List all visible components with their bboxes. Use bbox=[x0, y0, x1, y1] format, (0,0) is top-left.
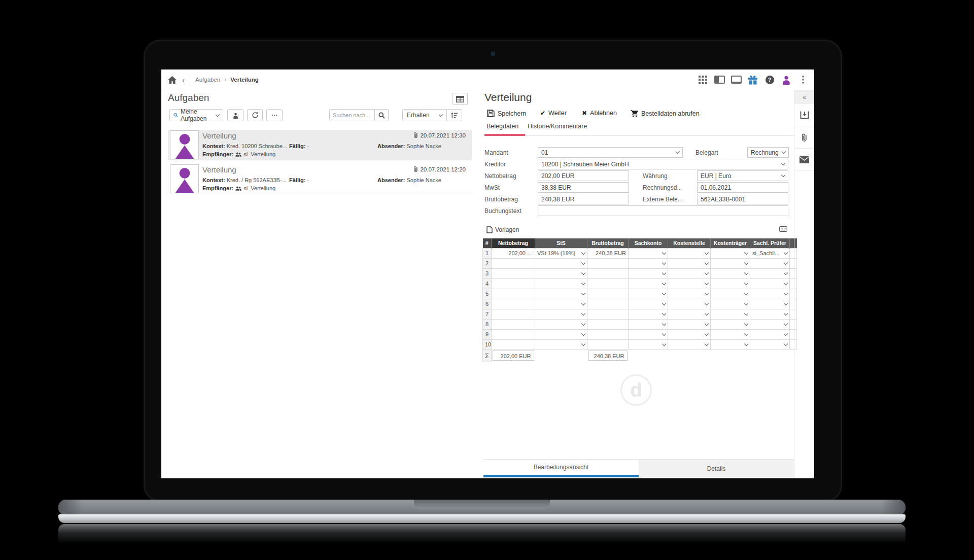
cell-pruefer[interactable] bbox=[750, 319, 790, 329]
cell-kostenstelle[interactable] bbox=[668, 319, 711, 329]
paperclip-icon[interactable] bbox=[794, 126, 814, 149]
cell-nettobetrag[interactable] bbox=[492, 309, 535, 319]
mandant-select[interactable]: 01 bbox=[538, 147, 683, 158]
cell-sachkonto[interactable] bbox=[629, 289, 668, 299]
cell-kostenstelle[interactable] bbox=[668, 289, 711, 299]
cell-sachkonto[interactable] bbox=[629, 319, 668, 329]
cell-bruttobetrag[interactable] bbox=[587, 299, 629, 309]
externe-belegnr-input[interactable] bbox=[697, 194, 788, 204]
cell-sts[interactable] bbox=[535, 329, 587, 339]
tab-details[interactable]: Details bbox=[639, 460, 794, 477]
cell-kostentraeger[interactable] bbox=[711, 309, 750, 319]
cell-sts[interactable] bbox=[535, 309, 587, 319]
table-view-button[interactable] bbox=[453, 93, 468, 105]
nettobetrag-input[interactable] bbox=[538, 170, 629, 181]
search-input[interactable] bbox=[329, 109, 375, 121]
reject-button[interactable]: ✖ Ablehnen bbox=[582, 110, 617, 117]
cell-sachkonto[interactable] bbox=[629, 268, 668, 278]
user-account-icon[interactable] bbox=[780, 74, 792, 86]
cell-pruefer[interactable] bbox=[750, 289, 790, 299]
belegart-select[interactable]: Rechnung bbox=[747, 147, 789, 158]
cell-sts[interactable] bbox=[535, 339, 587, 349]
cell-pruefer[interactable] bbox=[750, 329, 790, 339]
cell-bruttobetrag[interactable] bbox=[587, 339, 629, 349]
cell-pruefer[interactable] bbox=[750, 339, 790, 349]
cell-nettobetrag[interactable] bbox=[492, 299, 535, 309]
my-tasks-filter-button[interactable]: Meine Aufgaben bbox=[169, 109, 223, 121]
cell-kostentraeger[interactable] bbox=[711, 319, 750, 329]
cell-nettobetrag[interactable] bbox=[492, 258, 535, 268]
bruttobetrag-input[interactable] bbox=[538, 194, 629, 204]
cell-sts[interactable] bbox=[535, 258, 587, 268]
cell-bruttobetrag[interactable] bbox=[587, 278, 629, 289]
received-filter-select[interactable]: Erhalten bbox=[402, 109, 447, 121]
rechnungsdatum-input[interactable] bbox=[697, 182, 788, 193]
cell-bruttobetrag[interactable] bbox=[587, 319, 629, 329]
cell-sachkonto[interactable] bbox=[629, 258, 668, 268]
cell-kostenstelle[interactable] bbox=[668, 268, 711, 278]
buchungstext-input[interactable] bbox=[538, 205, 788, 216]
cell-sts[interactable] bbox=[535, 319, 587, 329]
cell-sachkonto[interactable] bbox=[629, 339, 668, 349]
cell-sachkonto[interactable] bbox=[629, 278, 668, 289]
tab-historie-kommentare[interactable]: Historie/Kommentare bbox=[528, 123, 587, 136]
search-submit-button[interactable] bbox=[375, 109, 389, 121]
tab-bearbeitungsansicht[interactable]: Bearbeitungsansicht bbox=[483, 460, 639, 477]
home-icon[interactable] bbox=[167, 76, 177, 84]
cell-kostentraeger[interactable] bbox=[711, 339, 750, 349]
cell-kostenstelle[interactable] bbox=[668, 248, 711, 258]
cell-nettobetrag[interactable]: 202,00 … bbox=[492, 248, 535, 258]
cell-kostentraeger[interactable] bbox=[711, 268, 750, 278]
more-options-button[interactable]: ⋯ bbox=[266, 109, 283, 121]
split-view-icon[interactable] bbox=[713, 74, 725, 86]
back-chevron-icon[interactable]: ‹ bbox=[182, 76, 185, 84]
cell-nettobetrag[interactable] bbox=[492, 329, 535, 339]
cell-sts[interactable] bbox=[535, 289, 587, 299]
waehrung-select[interactable]: EUR | Euro bbox=[697, 170, 788, 181]
mwst-input[interactable] bbox=[538, 182, 629, 193]
kebab-menu-icon[interactable] bbox=[797, 74, 809, 86]
envelope-icon[interactable] bbox=[794, 149, 814, 171]
cell-bruttobetrag[interactable] bbox=[587, 258, 629, 268]
cell-kostentraeger[interactable] bbox=[711, 299, 750, 309]
refresh-button[interactable] bbox=[247, 109, 263, 121]
cell-kostenstelle[interactable] bbox=[668, 339, 711, 349]
cell-sts[interactable]: VSt 19% (19%) bbox=[535, 248, 587, 258]
cell-sts[interactable] bbox=[535, 278, 587, 289]
import-document-icon[interactable] bbox=[794, 104, 814, 126]
apps-grid-icon[interactable] bbox=[697, 74, 709, 86]
cell-kostenstelle[interactable] bbox=[668, 299, 711, 309]
task-list-item[interactable]: Verteilung 20.07.2021 12:30 Kontext: Kre… bbox=[168, 130, 472, 160]
task-list-item[interactable]: Verteilung 20.07.2021 12:20 Kontext: Kre… bbox=[168, 164, 472, 194]
cell-sts[interactable] bbox=[535, 268, 587, 278]
cell-kostenstelle[interactable] bbox=[668, 278, 711, 289]
cell-bruttobetrag[interactable] bbox=[587, 309, 629, 319]
cell-sachkonto[interactable] bbox=[629, 329, 668, 339]
next-button[interactable]: ✔ Weiter bbox=[540, 110, 567, 117]
cell-pruefer[interactable] bbox=[750, 309, 790, 319]
tab-belegdaten[interactable]: Belegdaten bbox=[484, 123, 525, 136]
cell-kostenstelle[interactable] bbox=[668, 329, 711, 339]
keyboard-icon[interactable] bbox=[779, 226, 787, 232]
breadcrumb-aufgaben[interactable]: Aufgaben bbox=[195, 77, 220, 83]
cell-kostenstelle[interactable] bbox=[668, 309, 711, 319]
cell-kostentraeger[interactable] bbox=[711, 278, 750, 289]
cell-kostentraeger[interactable] bbox=[711, 289, 750, 299]
cell-pruefer[interactable] bbox=[750, 278, 790, 289]
sort-button[interactable] bbox=[447, 109, 462, 121]
cell-pruefer[interactable] bbox=[750, 299, 790, 309]
cell-kostentraeger[interactable] bbox=[711, 329, 750, 339]
cell-pruefer[interactable]: si_Sachli... bbox=[750, 248, 790, 258]
vorlagen-button[interactable]: Vorlagen bbox=[486, 226, 519, 233]
cell-nettobetrag[interactable] bbox=[492, 289, 535, 299]
assignee-filter-button[interactable] bbox=[227, 109, 244, 121]
cell-nettobetrag[interactable] bbox=[492, 268, 535, 278]
cell-bruttobetrag[interactable] bbox=[587, 329, 629, 339]
gift-icon[interactable] bbox=[747, 74, 759, 86]
cell-kostenstelle[interactable] bbox=[668, 258, 711, 268]
cell-kostentraeger[interactable] bbox=[711, 258, 750, 268]
cell-bruttobetrag[interactable] bbox=[587, 289, 629, 299]
cell-pruefer[interactable] bbox=[750, 258, 790, 268]
cell-sachkonto[interactable] bbox=[629, 299, 668, 309]
cell-sachkonto[interactable] bbox=[629, 309, 668, 319]
